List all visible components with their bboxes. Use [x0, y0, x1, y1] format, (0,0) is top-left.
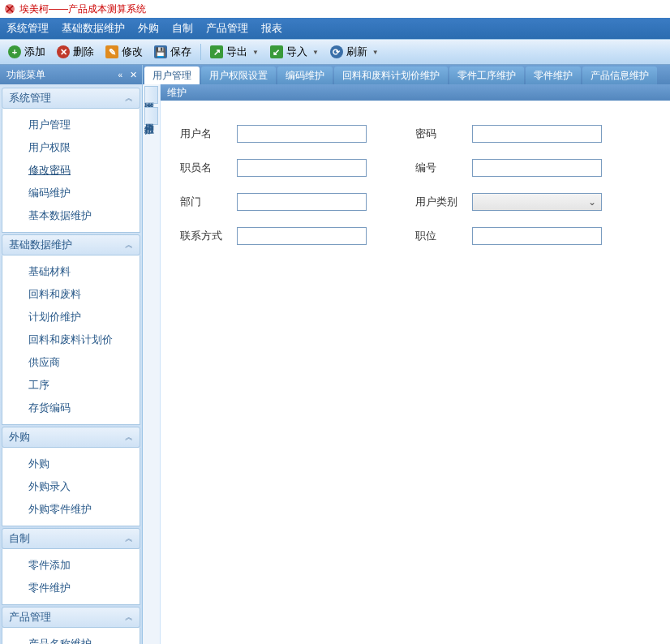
sidebar-item[interactable]: 外购录入 [2, 475, 140, 498]
sidebar: 功能菜单 « ✕ 系统管理用户管理用户权限修改密码编码维护基本数据维护基础数据维… [0, 65, 143, 644]
tab[interactable]: 产品信息维护 [582, 67, 657, 84]
username-input[interactable] [237, 125, 367, 143]
toolbar: + 添加 ✕ 删除 ✎ 修改 💾 保存 ↗ 导出 ▼ ↙ 导入 ▼ ⟳ 刷新 ▼ [0, 39, 670, 65]
edit-icon: ✎ [105, 45, 118, 58]
tabs: 用户管理用户权限设置编码维护回料和废料计划价维护零件工序维护零件维护产品信息维护 [143, 65, 670, 84]
sidebar-item[interactable]: 外购 [2, 453, 140, 475]
position-label: 职位 [415, 229, 472, 243]
save-icon: 💾 [154, 45, 167, 58]
refresh-icon: ⟳ [330, 45, 343, 58]
sidebar-item[interactable]: 供应商 [2, 351, 140, 374]
sidebar-item[interactable]: 用户权限 [2, 136, 140, 159]
sidebar-item[interactable]: 存货编码 [2, 397, 140, 419]
sidebar-item[interactable]: 外购零件维护 [2, 498, 140, 521]
group-header[interactable]: 产品管理 [2, 607, 140, 628]
usertype-select[interactable] [472, 193, 602, 211]
group-header[interactable]: 基础数据维护 [2, 234, 140, 255]
menu-report[interactable]: 报表 [261, 21, 282, 36]
add-icon: + [8, 45, 21, 58]
dept-input[interactable] [237, 193, 367, 211]
titlebar: 埃美柯——产品成本测算系统 [0, 0, 670, 18]
username-label: 用户名 [180, 127, 237, 141]
sidebar-item[interactable]: 回料和废料 [2, 283, 140, 306]
import-button[interactable]: ↙ 导入 ▼ [265, 42, 324, 62]
tab[interactable]: 回料和废料计划价维护 [334, 67, 448, 84]
sidebar-item[interactable]: 工序 [2, 374, 140, 397]
group-header[interactable]: 系统管理 [2, 88, 140, 109]
menu-selfmake[interactable]: 自制 [172, 21, 193, 36]
sidebar-item[interactable]: 计划价维护 [2, 306, 140, 328]
contact-label: 联系方式 [180, 229, 237, 243]
sidebar-item[interactable]: 基础材料 [2, 260, 140, 283]
menu-product[interactable]: 产品管理 [206, 21, 248, 36]
save-button[interactable]: 💾 保存 [149, 42, 196, 62]
contact-input[interactable] [237, 227, 367, 245]
toolbar-separator [200, 44, 201, 60]
add-button[interactable]: + 添加 [3, 42, 50, 62]
code-label: 编号 [415, 161, 472, 175]
menu-outsource[interactable]: 外购 [138, 21, 159, 36]
vtab-query[interactable]: 查询区域 [144, 86, 158, 104]
app-logo-icon [3, 2, 16, 15]
sidebar-item[interactable]: 修改密码 [2, 159, 140, 182]
chevron-down-icon: ▼ [312, 49, 319, 56]
dept-label: 部门 [180, 195, 237, 209]
group-header[interactable]: 外购 [2, 427, 140, 448]
import-icon: ↙ [270, 45, 283, 58]
menu-system[interactable]: 系统管理 [6, 21, 49, 36]
usertype-label: 用户类别 [415, 195, 472, 209]
export-icon: ↗ [210, 45, 223, 58]
panel-title: 维护 [161, 84, 670, 101]
collapse-icon[interactable]: « [118, 71, 122, 79]
vtab-userinfo[interactable]: 用户信息维护 [144, 107, 158, 125]
staffname-input[interactable] [237, 159, 367, 177]
sidebar-item[interactable]: 产品名称维护 [2, 633, 140, 644]
position-input[interactable] [472, 227, 602, 245]
vertical-tabs: 查询区域 用户信息维护 [143, 84, 161, 644]
edit-button[interactable]: ✎ 修改 [101, 42, 148, 62]
close-icon[interactable]: ✕ [130, 70, 137, 80]
menu-basedata[interactable]: 基础数据维护 [62, 21, 125, 36]
chevron-down-icon: ▼ [252, 49, 259, 56]
menubar: 系统管理 基础数据维护 外购 自制 产品管理 报表 [0, 18, 670, 39]
refresh-button[interactable]: ⟳ 刷新 ▼ [325, 42, 384, 62]
tab[interactable]: 用户管理 [144, 67, 200, 84]
sidebar-item[interactable]: 零件添加 [2, 554, 140, 577]
delete-icon: ✕ [57, 45, 70, 58]
chevron-down-icon: ▼ [372, 49, 379, 56]
sidebar-item[interactable]: 用户管理 [2, 114, 140, 136]
code-input[interactable] [472, 159, 602, 177]
tab[interactable]: 零件维护 [526, 67, 581, 84]
group-header[interactable]: 自制 [2, 528, 140, 549]
sidebar-item[interactable]: 基本数据维护 [2, 204, 140, 227]
password-label: 密码 [415, 127, 472, 141]
form-area: 用户名 密码 职员名 编号 [161, 101, 670, 644]
password-input[interactable] [472, 125, 602, 143]
tab[interactable]: 用户权限设置 [201, 67, 276, 84]
sidebar-item[interactable]: 编码维护 [2, 182, 140, 204]
sidebar-item[interactable]: 零件维护 [2, 577, 140, 599]
tab[interactable]: 零件工序维护 [449, 67, 524, 84]
sidebar-title: 功能菜单 « ✕ [0, 65, 142, 84]
sidebar-item[interactable]: 回料和废料计划价 [2, 328, 140, 351]
export-button[interactable]: ↗ 导出 ▼ [205, 42, 264, 62]
app-title: 埃美柯——产品成本测算系统 [19, 2, 146, 16]
tab[interactable]: 编码维护 [277, 67, 333, 84]
staffname-label: 职员名 [180, 161, 237, 175]
delete-button[interactable]: ✕ 删除 [52, 42, 99, 62]
